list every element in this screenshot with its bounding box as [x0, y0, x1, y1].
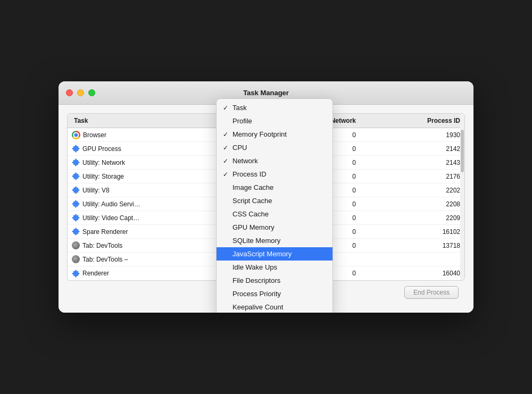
header-pid[interactable]: Process ID: [360, 117, 464, 124]
menu-item-image_cache[interactable]: Image Cache: [217, 181, 332, 194]
menu-item-keepalive_count[interactable]: Keepalive Count: [217, 300, 332, 313]
puzzle-icon: [72, 145, 80, 153]
menu-item-label: Image Cache: [232, 183, 325, 191]
menu-item-label: Network: [232, 157, 325, 165]
row-pid-8: 13718: [360, 242, 464, 249]
close-button[interactable]: [66, 89, 73, 96]
menu-item-label: Profile: [232, 117, 325, 125]
context-menu: ✓ Task Profile ✓ Memory Footprint ✓ CPU …: [216, 98, 333, 313]
row-task-label: Spare Renderer: [82, 228, 128, 236]
minimize-button[interactable]: [77, 89, 84, 96]
window-title: Task Manager: [243, 89, 289, 97]
devtools-icon: [72, 241, 80, 249]
row-pid-0: 1930: [360, 131, 464, 139]
menu-item-network[interactable]: ✓ Network: [217, 154, 332, 167]
menu-item-profile[interactable]: Profile: [217, 114, 332, 128]
row-task-1: GPU Process: [68, 145, 179, 153]
traffic-lights: [66, 89, 95, 96]
row-task-6: Utility: Video Capt…: [68, 214, 179, 222]
puzzle-icon: [72, 270, 80, 278]
header-task: Task: [68, 117, 179, 124]
menu-item-process_id[interactable]: ✓ Process ID: [217, 167, 332, 181]
menu-item-javascript_memory[interactable]: JavaScript Memory: [217, 247, 332, 261]
puzzle-icon: [72, 158, 80, 166]
row-task-label: Utility: Storage: [82, 173, 124, 180]
puzzle-icon: [72, 172, 80, 180]
row-task-label: Renderer: [82, 270, 109, 277]
maximize-button[interactable]: [88, 89, 95, 96]
row-task-label: Utility: Network: [82, 159, 125, 166]
menu-item-idle_wake_ups[interactable]: Idle Wake Ups: [217, 261, 332, 274]
row-task-9: Tab: DevTools –: [68, 255, 179, 263]
menu-item-gpu_memory[interactable]: GPU Memory: [217, 221, 332, 234]
menu-item-label: Process Priority: [232, 290, 325, 298]
menu-checkmark: ✓: [222, 131, 229, 138]
menu-item-label: Idle Wake Ups: [232, 263, 325, 271]
menu-item-file_descriptors[interactable]: File Descriptors: [217, 274, 332, 287]
row-task-8: Tab: DevTools: [68, 241, 179, 249]
menu-item-process_priority[interactable]: Process Priority: [217, 287, 332, 300]
task-manager-window: Task Manager Task Memory Footprint CPU N…: [59, 81, 473, 313]
row-task-7: Spare Renderer: [68, 228, 179, 236]
menu-checkmark: ✓: [222, 144, 229, 152]
row-pid-6: 2209: [360, 214, 464, 222]
menu-item-label: CPU: [232, 144, 325, 152]
scrollbar[interactable]: [460, 114, 464, 280]
menu-item-memory_footprint[interactable]: ✓ Memory Footprint: [217, 128, 332, 141]
menu-item-css_cache[interactable]: CSS Cache: [217, 207, 332, 221]
row-pid-10: 16040: [360, 270, 464, 277]
row-task-label: Utility: Audio Servi…: [82, 200, 140, 208]
menu-item-label: GPU Memory: [232, 223, 325, 231]
row-task-label: Browser: [83, 131, 106, 139]
end-process-button[interactable]: End Process: [404, 286, 459, 299]
puzzle-icon: [72, 186, 80, 194]
row-task-0: Browser: [68, 131, 179, 139]
puzzle-icon: [72, 228, 80, 236]
menu-item-label: Task: [232, 104, 325, 112]
scrollbar-thumb[interactable]: [461, 130, 464, 172]
menu-item-sqlite_memory[interactable]: SQLite Memory: [217, 234, 332, 247]
row-task-3: Utility: Storage: [68, 172, 179, 180]
devtools-icon: [72, 255, 80, 263]
menu-checkmark: ✓: [222, 171, 229, 178]
chrome-icon: [72, 131, 80, 139]
row-pid-4: 2202: [360, 187, 464, 194]
menu-item-label: Keepalive Count: [232, 303, 325, 311]
row-task-label: Utility: Video Capt…: [82, 214, 139, 222]
menu-item-label: File Descriptors: [232, 276, 325, 284]
menu-item-label: Memory Footprint: [232, 130, 325, 138]
menu-item-label: Process ID: [232, 170, 325, 178]
row-task-label: Utility: V8: [82, 187, 110, 194]
row-pid-2: 2143: [360, 159, 464, 166]
row-pid-1: 2142: [360, 145, 464, 153]
menu-item-label: CSS Cache: [232, 210, 325, 218]
row-task-label: Tab: DevTools –: [82, 256, 128, 263]
puzzle-icon: [72, 214, 80, 222]
row-task-10: Renderer: [68, 270, 179, 278]
menu-item-cpu[interactable]: ✓ CPU: [217, 141, 332, 154]
menu-item-script_cache[interactable]: Script Cache: [217, 194, 332, 207]
row-task-4: Utility: V8: [68, 186, 179, 194]
menu-item-label: Script Cache: [232, 197, 325, 205]
row-pid-7: 16102: [360, 228, 464, 236]
menu-checkmark: ✓: [222, 104, 229, 112]
puzzle-icon: [72, 200, 80, 208]
row-task-2: Utility: Network: [68, 158, 179, 166]
menu-checkmark: ✓: [222, 157, 229, 165]
row-task-label: GPU Process: [82, 145, 121, 153]
row-task-label: Tab: DevTools: [82, 242, 122, 249]
menu-item-label: SQLite Memory: [232, 237, 325, 245]
row-task-5: Utility: Audio Servi…: [68, 200, 179, 208]
row-pid-3: 2176: [360, 173, 464, 180]
menu-item-task[interactable]: ✓ Task: [217, 101, 332, 114]
menu-item-label: JavaScript Memory: [232, 250, 325, 258]
row-pid-5: 2208: [360, 200, 464, 208]
